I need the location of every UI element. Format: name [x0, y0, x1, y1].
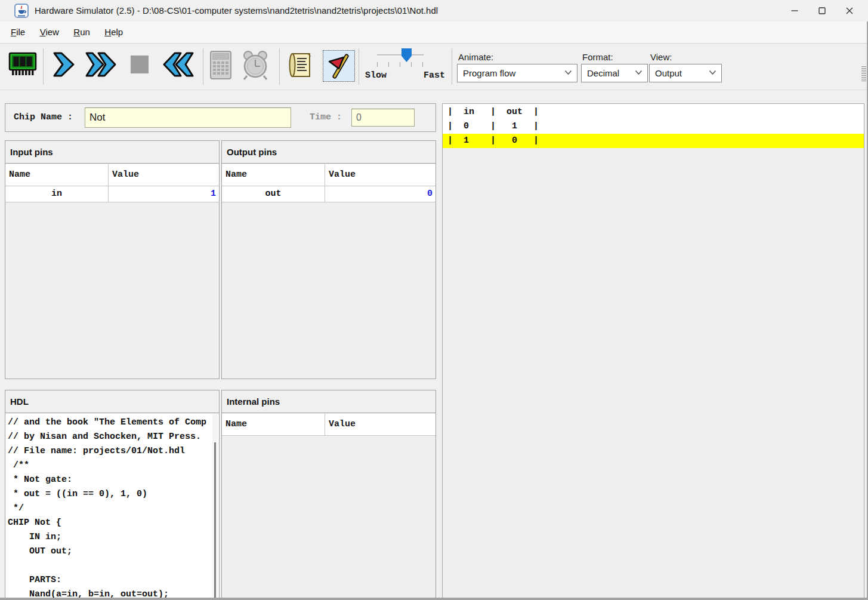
- menu-view[interactable]: View: [34, 21, 65, 43]
- toolbar: Slow Fast Animate: Program flow Format: …: [0, 44, 868, 90]
- table-row: out 0: [222, 186, 435, 202]
- slider-tick: [400, 62, 400, 67]
- animate-select[interactable]: Program flow: [457, 64, 577, 82]
- table-header: Name Value: [222, 414, 435, 436]
- minimize-button[interactable]: [781, 0, 808, 21]
- slider-slow-label: Slow: [365, 70, 387, 81]
- maximize-button[interactable]: [808, 0, 836, 21]
- view-select[interactable]: Output: [649, 64, 722, 82]
- pin-value[interactable]: 0: [325, 186, 435, 202]
- hdl-title: HDL: [5, 390, 219, 413]
- column-name: Name: [5, 164, 109, 186]
- java-app-icon: [14, 4, 29, 18]
- hdl-line: // and the book "The Elements of Comp: [5, 416, 219, 430]
- column-value: Value: [325, 164, 435, 186]
- menu-bar: File View Run Help: [0, 21, 868, 44]
- hdl-line: /**: [5, 459, 219, 473]
- menu-file[interactable]: File: [5, 21, 31, 43]
- hdl-line: OUT out;: [5, 544, 219, 559]
- chevron-down-icon: [709, 70, 716, 75]
- chip-name-label: Chip Name :: [14, 104, 73, 131]
- menu-help[interactable]: Help: [98, 21, 129, 43]
- hdl-line: IN in;: [5, 530, 219, 544]
- load-chip-icon: [8, 51, 37, 78]
- hdl-scrollbar-thumb[interactable]: [214, 442, 216, 598]
- close-button[interactable]: [836, 0, 863, 21]
- chip-name-bar: Chip Name : Not Time : 0: [5, 103, 436, 132]
- close-icon: [846, 7, 853, 14]
- breakpoints-button[interactable]: [323, 50, 355, 82]
- menu-run[interactable]: Run: [67, 21, 96, 43]
- chip-name-input[interactable]: Not: [85, 107, 291, 128]
- hdl-line: Nand(a=in, b=in, out=out);: [5, 587, 219, 598]
- load-script-icon: [288, 51, 313, 79]
- output-view-header-row: | in | out |: [443, 105, 864, 119]
- column-value: Value: [109, 164, 219, 186]
- single-step-icon: [52, 51, 75, 78]
- output-view-row: | 0 | 1 |: [443, 119, 864, 134]
- input-pins-panel: Input pins Name Value in 1: [5, 140, 220, 379]
- breakpoints-flag-icon: [326, 54, 351, 79]
- column-value: Value: [325, 414, 435, 435]
- toolbar-separator: [279, 48, 280, 85]
- reset-button[interactable]: [162, 51, 194, 78]
- animate-label: Animate:: [458, 52, 493, 62]
- view-label: View:: [650, 52, 672, 62]
- slider-tick: [411, 62, 412, 67]
- stop-button[interactable]: [130, 55, 149, 74]
- hdl-line: CHIP Not {: [5, 516, 219, 530]
- speed-slider[interactable]: Slow Fast: [360, 47, 450, 87]
- output-pins-title: Output pins: [222, 141, 435, 164]
- format-select[interactable]: Decimal: [581, 64, 648, 82]
- column-name: Name: [222, 164, 325, 186]
- hdl-line: PARTS:: [5, 573, 219, 587]
- hdl-scrollbar[interactable]: [212, 414, 218, 598]
- slider-fast-label: Fast: [424, 70, 445, 81]
- toolbar-separator: [203, 48, 203, 85]
- stop-icon: [130, 55, 149, 74]
- internal-pins-panel: Internal pins Name Value: [221, 390, 436, 598]
- calculator-button[interactable]: [209, 50, 234, 81]
- hdl-line: // by Nisan and Schocken, MIT Press.: [5, 430, 219, 444]
- output-pins-panel: Output pins Name Value out 0: [221, 140, 436, 379]
- output-pins-table: Name Value out 0: [222, 164, 435, 379]
- view-value: Output: [655, 64, 682, 82]
- hdl-line: */: [5, 501, 219, 516]
- toolbar-overflow-grip: [861, 66, 866, 82]
- load-script-button[interactable]: [288, 51, 313, 79]
- minimize-icon: [791, 7, 798, 14]
- time-input: 0: [351, 109, 415, 127]
- internal-pins-title: Internal pins: [222, 390, 435, 413]
- run-button[interactable]: [85, 51, 117, 78]
- clock-button[interactable]: [240, 50, 271, 81]
- column-name: Name: [222, 414, 325, 435]
- window-controls: [781, 0, 863, 21]
- single-step-button[interactable]: [52, 51, 75, 78]
- window-bottom-border: [0, 598, 868, 600]
- hdl-line: * Not gate:: [5, 473, 219, 487]
- table-row: in 1: [5, 186, 219, 202]
- output-view-panel[interactable]: | in | out | | 0 | 1 | | 1 | 0 |: [442, 103, 864, 598]
- animate-value: Program flow: [463, 64, 515, 82]
- format-value: Decimal: [587, 64, 619, 82]
- hdl-code[interactable]: // and the book "The Elements of Comp //…: [5, 414, 219, 598]
- chevron-down-icon: [635, 70, 642, 75]
- slider-tick: [388, 62, 389, 67]
- title-bar: Hardware Simulator (2.5) - D:\08-CS\01-c…: [0, 0, 868, 21]
- toolbar-separator: [359, 48, 359, 85]
- hardware-simulator-window: Hardware Simulator (2.5) - D:\08-CS\01-c…: [0, 0, 868, 600]
- input-pins-title: Input pins: [5, 141, 219, 164]
- pin-name: in: [5, 186, 109, 202]
- format-label: Format:: [582, 52, 613, 62]
- clock-icon: [240, 50, 271, 81]
- pin-name: out: [222, 186, 325, 202]
- table-header: Name Value: [222, 164, 435, 186]
- hdl-line: [5, 559, 219, 573]
- slider-tick: [422, 62, 423, 67]
- slider-tick: [377, 62, 378, 67]
- pin-value[interactable]: 1: [109, 186, 219, 202]
- hdl-line: * out = ((in == 0), 1, 0): [5, 487, 219, 501]
- slider-thumb[interactable]: [401, 48, 412, 62]
- time-label: Time :: [310, 104, 342, 131]
- load-chip-button[interactable]: [8, 51, 37, 78]
